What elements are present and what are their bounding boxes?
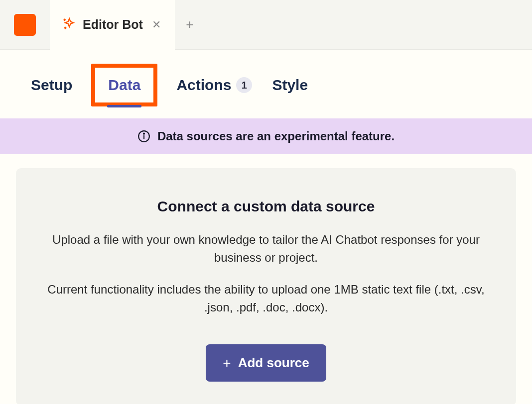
sparkle-icon: [62, 17, 76, 33]
tab-data[interactable]: Data: [107, 75, 141, 96]
add-source-button[interactable]: + Add source: [206, 344, 326, 382]
add-source-label: Add source: [238, 355, 309, 371]
app-logo[interactable]: [14, 14, 36, 36]
card-description-1: Upload a file with your own knowledge to…: [40, 231, 492, 267]
banner-text: Data sources are an experimental feature…: [157, 129, 395, 143]
plus-icon: +: [186, 17, 193, 32]
nav-tabs: Setup Data Actions 1 Style: [0, 50, 532, 118]
tab-style[interactable]: Style: [271, 75, 309, 96]
tab-actions[interactable]: Actions 1: [175, 75, 253, 96]
top-tab-bar: Editor Bot ✕ +: [0, 0, 532, 50]
experimental-banner: Data sources are an experimental feature…: [0, 118, 532, 154]
new-tab-button[interactable]: +: [175, 0, 205, 50]
tab-data-highlight: Data: [91, 64, 157, 106]
close-icon[interactable]: ✕: [150, 16, 163, 33]
editor-tab[interactable]: Editor Bot ✕: [50, 0, 175, 50]
data-source-card: Connect a custom data source Upload a fi…: [16, 168, 516, 404]
card-description-2: Current functionality includes the abili…: [40, 281, 492, 316]
actions-count-badge: 1: [236, 77, 252, 93]
tab-title: Editor Bot: [83, 17, 143, 32]
tab-setup[interactable]: Setup: [30, 75, 73, 96]
plus-icon: +: [223, 356, 231, 370]
tab-actions-label: Actions: [176, 77, 231, 94]
info-icon: [137, 130, 150, 143]
svg-point-2: [143, 133, 144, 134]
card-title: Connect a custom data source: [40, 198, 492, 215]
